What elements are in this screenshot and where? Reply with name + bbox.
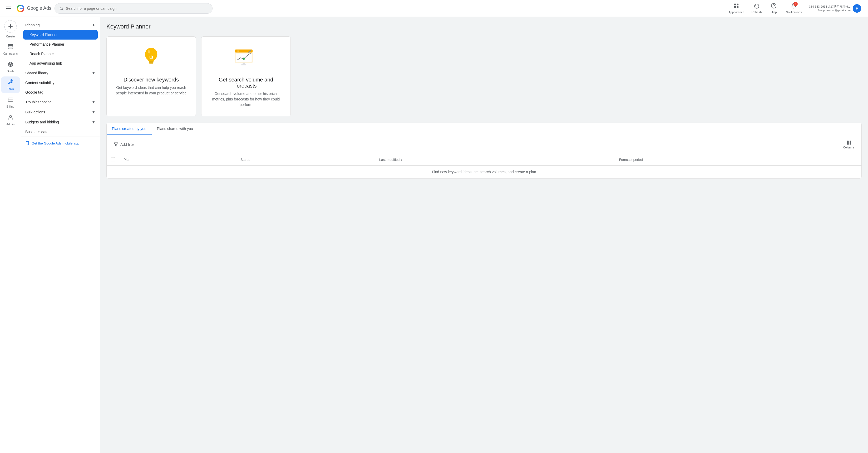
chart-icon xyxy=(233,45,259,72)
planning-chevron: ▲ xyxy=(91,23,96,27)
plans-section: Plans created by you Plans shared with y… xyxy=(106,123,862,178)
sidebar-budgets-bidding-header[interactable]: Budgets and bidding ▼ xyxy=(21,117,100,127)
mobile-icon xyxy=(25,141,30,145)
user-account: 384-683-2933 北京快用云科技... xyxy=(809,5,850,9)
refresh-button[interactable]: Refresh xyxy=(749,1,765,15)
svg-rect-2 xyxy=(734,4,736,5)
sidebar-item-performance-planner[interactable]: Performance Planner xyxy=(21,39,100,49)
sidebar-item-app-hub[interactable]: App advertising hub xyxy=(21,59,100,68)
empty-state-row: Find new keyword ideas, get search volum… xyxy=(107,166,861,178)
plans-shared-label: Plans shared with you xyxy=(157,126,193,131)
svg-point-24 xyxy=(243,58,245,60)
refresh-label: Refresh xyxy=(752,10,762,14)
discover-keywords-card[interactable]: Discover new keywords Get keyword ideas … xyxy=(106,36,196,116)
nav-tools[interactable]: Tools xyxy=(1,77,20,93)
svg-point-15 xyxy=(27,144,27,144)
sidebar-bulk-actions-header[interactable]: Bulk actions ▼ xyxy=(21,107,100,117)
sidebar-item-business-data[interactable]: Business data xyxy=(21,127,100,137)
columns-button[interactable]: Columns xyxy=(841,138,857,150)
columns-label: Columns xyxy=(843,146,855,149)
mobile-app-label: Get the Google Ads mobile app xyxy=(32,141,79,145)
sidebar-shared-library-header[interactable]: Shared library ▼ xyxy=(21,68,100,78)
appearance-label: Appearance xyxy=(728,10,744,14)
nav-admin[interactable]: Admin xyxy=(1,112,20,129)
hamburger-button[interactable] xyxy=(4,4,13,12)
columns-icon xyxy=(846,140,851,145)
appearance-button[interactable]: Appearance xyxy=(726,1,747,15)
empty-message: Find new keyword ideas, get search volum… xyxy=(107,166,861,178)
tools-label: Tools xyxy=(7,87,14,90)
sidebar: Planning ▲ Keyword Planner Performance P… xyxy=(21,17,100,453)
nav-goals[interactable]: Goals xyxy=(1,59,20,76)
plans-tabs: Plans created by you Plans shared with y… xyxy=(107,123,861,135)
notifications-button[interactable]: 1 Notifications xyxy=(783,1,804,15)
business-data-label: Business data xyxy=(25,130,49,134)
create-button[interactable] xyxy=(4,20,17,33)
nav-campaigns[interactable]: Campaigns xyxy=(1,41,20,58)
sidebar-footer: Get the Google Ads mobile app xyxy=(21,137,100,149)
shared-library-chevron: ▼ xyxy=(91,71,96,76)
svg-point-16 xyxy=(145,48,157,61)
sidebar-planning-header[interactable]: Planning ▲ xyxy=(21,20,100,30)
sidebar-item-reach-planner[interactable]: Reach Planner xyxy=(21,49,100,59)
performance-planner-label: Performance Planner xyxy=(30,42,64,47)
campaigns-icon xyxy=(8,44,13,51)
billing-icon xyxy=(8,97,13,104)
search-volume-card[interactable]: Get search volume and forecasts Get sear… xyxy=(201,36,291,116)
discover-keywords-title: Discover new keywords xyxy=(124,77,179,83)
svg-rect-17 xyxy=(148,60,154,61)
notifications-icon: 1 xyxy=(791,3,797,10)
app-hub-label: App advertising hub xyxy=(30,61,62,65)
troubleshooting-label: Troubleshooting xyxy=(25,100,52,104)
goals-label: Goals xyxy=(7,69,14,73)
search-bar[interactable] xyxy=(55,3,213,14)
help-button[interactable]: Help xyxy=(766,1,781,15)
col-forecast-period: Forecast period xyxy=(615,154,862,166)
budgets-bidding-chevron: ▼ xyxy=(91,120,96,124)
budgets-bidding-label: Budgets and bidding xyxy=(25,120,59,124)
add-filter-button[interactable]: Add filter xyxy=(111,141,137,148)
sidebar-item-content-suitability[interactable]: Content suitability xyxy=(21,78,100,88)
sidebar-item-google-tag[interactable]: Google tag xyxy=(21,88,100,97)
reach-planner-label: Reach Planner xyxy=(30,52,54,56)
sort-icon: ↓ xyxy=(401,158,402,162)
search-input[interactable] xyxy=(66,6,208,10)
google-ads-title: Google Ads xyxy=(27,5,51,11)
keyword-planner-label: Keyword Planner xyxy=(30,33,58,37)
svg-point-29 xyxy=(238,50,239,51)
mobile-app-link[interactable]: Get the Google Ads mobile app xyxy=(25,141,96,145)
main-content: Keyword Planner Discover ne xyxy=(100,17,868,453)
select-all-checkbox[interactable] xyxy=(111,157,115,161)
filter-bar: Add filter Columns xyxy=(107,135,861,154)
nav-billing[interactable]: Billing xyxy=(1,94,20,111)
user-profile[interactable]: 384-683-2933 北京快用云科技... finalphantom@gma… xyxy=(806,3,864,14)
billing-label: Billing xyxy=(7,105,14,108)
svg-rect-12 xyxy=(8,98,13,102)
sidebar-item-keyword-planner[interactable]: Keyword Planner xyxy=(23,30,98,39)
goals-icon xyxy=(8,61,13,68)
svg-rect-1 xyxy=(20,8,23,9)
sidebar-troubleshooting-header[interactable]: Troubleshooting ▼ xyxy=(21,97,100,107)
lightbulb-icon xyxy=(138,45,164,72)
create-label: Create xyxy=(6,35,15,38)
svg-rect-18 xyxy=(149,61,154,62)
icon-nav: Create Campaigns Goals xyxy=(0,17,21,453)
col-plan: Plan xyxy=(119,154,236,166)
troubleshooting-chevron: ▼ xyxy=(91,100,96,105)
col-status: Status xyxy=(236,154,375,166)
svg-rect-19 xyxy=(149,62,153,63)
content-suitability-label: Content suitability xyxy=(25,81,55,85)
svg-rect-31 xyxy=(848,141,849,145)
plans-by-you-label: Plans created by you xyxy=(112,126,147,131)
google-ads-logo[interactable]: Google Ads xyxy=(16,4,51,13)
user-email: finalphantom@gmail.com xyxy=(818,9,850,12)
svg-rect-27 xyxy=(241,64,247,65)
google-tag-label: Google tag xyxy=(25,90,43,94)
notification-count: 1 xyxy=(794,2,798,6)
top-nav: Google Ads Appearance xyxy=(0,0,868,17)
svg-rect-32 xyxy=(850,141,851,145)
tab-plans-by-you[interactable]: Plans created by you xyxy=(107,123,152,135)
tab-plans-shared[interactable]: Plans shared with you xyxy=(152,123,198,135)
search-volume-title: Get search volume and forecasts xyxy=(208,77,284,89)
col-last-modified[interactable]: Last modified ↓ xyxy=(375,154,615,166)
